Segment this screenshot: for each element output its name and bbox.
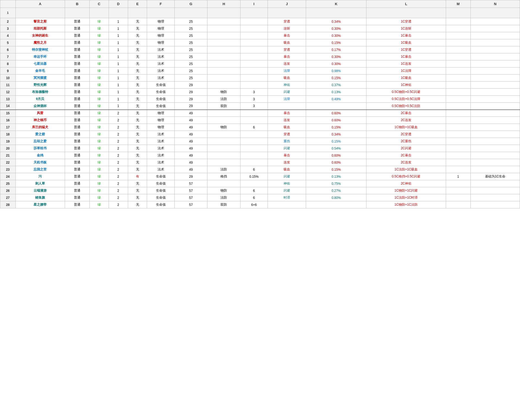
cell-special2: 暴击 xyxy=(268,152,306,159)
cell-base-attr: 法术 xyxy=(147,131,174,138)
cell-grade: 绿 xyxy=(89,173,109,180)
cell-rarity: 普通 xyxy=(65,166,89,173)
cell-rarity: 普通 xyxy=(65,25,89,32)
cell-skill: 无 xyxy=(128,187,147,194)
cell-special2: 神佑 xyxy=(268,82,306,89)
row-number-header: 1 xyxy=(0,8,16,18)
cell-rarity: 普通 xyxy=(65,187,89,194)
cell-skill-c xyxy=(446,32,470,39)
cell-lv7-special xyxy=(240,32,268,39)
cell-skill: 无 xyxy=(128,53,147,60)
cell-cost: 2 xyxy=(109,159,128,166)
cell-special2 xyxy=(268,103,306,110)
cell-special-c: 2C暴击 xyxy=(366,110,446,117)
cell-name: 神之钱币 xyxy=(15,117,65,124)
cell-grade: 绿 xyxy=(89,60,109,67)
cell-note xyxy=(470,25,520,32)
cell-lv7-special2: 0.60% xyxy=(306,117,366,124)
cell-rarity: 普通 xyxy=(65,75,89,82)
cell-cost: 2 xyxy=(109,110,128,117)
cell-name: 野性光辉 xyxy=(15,82,65,89)
cell-grade: 绿 xyxy=(89,145,109,152)
cell-note xyxy=(470,53,520,60)
cell-special-c: 1C法障 xyxy=(366,67,446,75)
cell-name: 众神酒杯 xyxy=(15,103,65,110)
cell-special-attr: 物防 xyxy=(207,124,240,131)
main-table: A B C D E F G H I J K L M N 1 xyxy=(0,0,520,208)
row-number: 7 xyxy=(0,53,16,60)
cell-base-attr: 生命值 xyxy=(147,180,174,187)
cell-lv7-base: 49 xyxy=(174,159,207,166)
cell-lv7-special2: 0.30% xyxy=(306,25,366,32)
cell-lv7-special2: 0.60% xyxy=(306,110,366,117)
cell-note xyxy=(470,110,520,117)
cell-skill-c xyxy=(446,138,470,145)
cell-lv7-base: 25 xyxy=(174,60,207,67)
cell-cost: 1 xyxy=(109,60,128,67)
cell-lv7-special xyxy=(240,159,268,166)
cell-name: 风雷 xyxy=(15,110,65,117)
cell-skill-c xyxy=(446,39,470,46)
col-header-L: L xyxy=(366,0,446,8)
header-name xyxy=(15,8,65,18)
cell-lv7-base: 49 xyxy=(174,152,207,159)
table-row: 28星之腰带普通绿2无生命值57双防6+61C物防+1C法防 xyxy=(0,201,520,208)
cell-lv7-base: 57 xyxy=(174,180,207,187)
cell-rarity: 普通 xyxy=(65,82,89,89)
cell-lv7-base: 29 xyxy=(174,173,207,180)
header-lv7-special xyxy=(240,8,268,18)
cell-lv7-base: 29 xyxy=(174,103,207,110)
cell-base-attr: 物理 xyxy=(147,39,174,46)
cell-grade: 绿 xyxy=(89,67,109,75)
cell-skill-c xyxy=(446,110,470,117)
header-special-attr xyxy=(207,8,240,18)
cell-rarity: 普通 xyxy=(65,159,89,166)
cell-lv7-special xyxy=(240,39,268,46)
cell-skill-c xyxy=(446,82,470,89)
cell-cost: 1 xyxy=(109,75,128,82)
cell-lv7-special2 xyxy=(306,201,366,208)
cell-skill-c xyxy=(446,194,470,201)
cell-base-attr: 生命值 xyxy=(147,201,174,208)
table-row: 19忘却之爱普通绿2无法术49重伤0.15%2C重伤 xyxy=(0,138,520,145)
cell-lv7-base: 49 xyxy=(174,145,207,152)
cell-base-attr: 法术 xyxy=(147,46,174,53)
cell-base-attr: 生命值 xyxy=(147,82,174,89)
cell-skill-c xyxy=(446,152,470,159)
cell-cost: 2 xyxy=(109,201,128,208)
cell-lv7-base: 57 xyxy=(174,194,207,201)
cell-lv7-base: 25 xyxy=(174,75,207,82)
cell-special-attr xyxy=(207,138,240,145)
cell-grade: 绿 xyxy=(89,32,109,39)
cell-base-attr: 法术 xyxy=(147,60,174,67)
table-row: 20莎草纸书普通绿2无法术49闪避0.54%2C闪避 xyxy=(0,145,520,152)
cell-lv7-special2: 0.49% xyxy=(306,96,366,103)
cell-skill: 无 xyxy=(128,194,147,201)
cell-base-attr: 物理 xyxy=(147,18,174,25)
cell-grade: 绿 xyxy=(89,53,109,60)
cell-note xyxy=(470,138,520,145)
cell-special-attr xyxy=(207,131,240,138)
cell-base-attr: 法术 xyxy=(147,152,174,159)
cell-grade: 绿 xyxy=(89,82,109,89)
cell-special-attr: 物防 xyxy=(207,187,240,194)
cell-lv7-special2: 0.60% xyxy=(306,159,366,166)
cell-grade: 绿 xyxy=(89,124,109,131)
cell-special2 xyxy=(268,201,306,208)
cell-special-attr xyxy=(207,159,240,166)
cell-special2: 时滞 xyxy=(268,194,306,201)
table-row: 24污普通绿2有生命值29格挡0.15%闪避0.13%0.5C格挡+0.5C闪避… xyxy=(0,173,520,180)
cell-rarity: 普通 xyxy=(65,89,89,96)
row-number: 19 xyxy=(0,138,16,145)
row-number: 10 xyxy=(0,75,16,82)
row-number: 3 xyxy=(0,25,16,32)
row-number: 27 xyxy=(0,194,16,201)
cell-name: 鲤鱼旗 xyxy=(15,194,65,201)
cell-cost: 1 xyxy=(109,96,128,103)
cell-grade: 绿 xyxy=(89,18,109,25)
cell-rarity: 普通 xyxy=(65,18,89,25)
cell-lv7-base: 25 xyxy=(174,67,207,75)
row-number: 5 xyxy=(0,39,16,46)
cell-special-c: 1C法防+1C时滞 xyxy=(366,194,446,201)
cell-lv7-special xyxy=(240,110,268,117)
